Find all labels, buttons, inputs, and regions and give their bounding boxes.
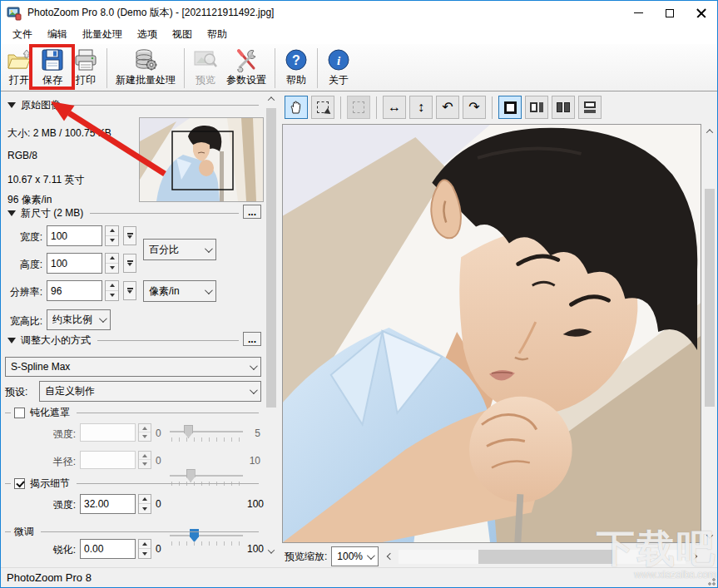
preview-zoom-select[interactable]: 100%: [331, 546, 379, 566]
spin-down[interactable]: [139, 549, 151, 558]
menu-view[interactable]: 视图: [165, 24, 200, 45]
scroll-thumb[interactable]: [266, 108, 276, 408]
new-size-section-header[interactable]: 新尺寸 (2 MB): [7, 206, 239, 220]
settings-scrollbar[interactable]: [265, 91, 277, 567]
scroll-up-button[interactable]: [703, 126, 716, 137]
resolution-input[interactable]: 96: [47, 280, 102, 301]
spin-down[interactable]: [106, 236, 118, 246]
spin-down[interactable]: [139, 504, 151, 513]
aspect-ratio-select[interactable]: 约束比例: [47, 309, 111, 330]
preview-vscrollbar[interactable]: [703, 124, 716, 544]
help-button[interactable]: ? 帮助: [280, 47, 313, 88]
scroll-down-button[interactable]: [265, 546, 277, 557]
spin-down[interactable]: [106, 264, 118, 274]
open-button[interactable]: 打开: [2, 47, 36, 88]
help-label: 帮助: [286, 73, 306, 87]
resize-method-section-header[interactable]: 调整大小的方式: [7, 334, 239, 348]
height-spinner[interactable]: [105, 253, 119, 274]
unsharp-radius-spinner: [138, 451, 151, 469]
original-thumbnail[interactable]: [139, 117, 264, 202]
hand-tool-button[interactable]: [285, 96, 308, 119]
unsharp-radius-label: 半径:: [46, 455, 76, 469]
close-icon: [696, 8, 706, 18]
unsharp-radius-max: 10: [242, 455, 260, 467]
width-input[interactable]: 100: [47, 225, 102, 246]
close-button[interactable]: [686, 1, 717, 25]
settings-label: 参数设置: [226, 73, 266, 87]
width-reset-button[interactable]: [123, 226, 136, 245]
spin-up[interactable]: [139, 540, 151, 549]
resolution-label: 分辨率:: [6, 285, 42, 299]
scroll-right-button[interactable]: [687, 550, 701, 564]
reveal-strength-input[interactable]: 32.00: [80, 494, 136, 514]
unsharp-strength-spinner: [138, 423, 151, 442]
flip-vertical-button[interactable]: ↕: [409, 96, 433, 119]
two-horizontal-view-icon: [584, 101, 596, 113]
ellipsis-icon: ...: [248, 210, 256, 215]
view-two-horizontal-button[interactable]: [578, 96, 602, 119]
resolution-spinner[interactable]: [105, 280, 119, 301]
height-input[interactable]: 100: [47, 253, 102, 274]
scroll-up-button[interactable]: [265, 93, 277, 105]
sharpen-label: 锐化:: [46, 543, 76, 557]
menu-batch[interactable]: 批量处理: [75, 24, 130, 45]
rotate-right-button[interactable]: ↷: [463, 96, 486, 119]
print-button[interactable]: 打印: [69, 47, 102, 88]
marquee-tool-button[interactable]: [311, 96, 334, 119]
settings-button[interactable]: 参数设置: [222, 47, 270, 88]
resolution-reset-button[interactable]: [123, 281, 136, 300]
preview-image[interactable]: [282, 124, 701, 543]
scroll-thumb[interactable]: [478, 550, 616, 564]
menu-help[interactable]: 帮助: [200, 24, 235, 45]
spin-up[interactable]: [139, 495, 151, 504]
section-line: [77, 413, 259, 413]
menu-bar: 文件 编辑 批量处理 选项 视图 帮助: [1, 25, 717, 44]
view-split-button[interactable]: [525, 96, 548, 119]
spin-up[interactable]: [106, 281, 118, 291]
reveal-strength-spinner[interactable]: [138, 494, 151, 514]
width-spinner[interactable]: [105, 225, 119, 246]
view-two-vertical-button[interactable]: [552, 96, 575, 119]
about-button[interactable]: i 关于: [322, 47, 355, 88]
dimensions-text: 10.67 x 7.11 英寸: [7, 173, 85, 187]
new-size-more-button[interactable]: ...: [243, 205, 261, 219]
resolution-unit-select[interactable]: 像素/in: [143, 280, 216, 302]
reveal-detail-checkbox[interactable]: [14, 478, 25, 489]
save-button[interactable]: 保存: [36, 47, 69, 88]
sharpen-spinner[interactable]: [138, 539, 151, 559]
scroll-left-button[interactable]: [384, 550, 397, 564]
minimize-button[interactable]: [622, 1, 654, 25]
menu-file[interactable]: 文件: [5, 24, 40, 45]
section-line: [97, 340, 239, 341]
resize-method-more-button[interactable]: ...: [243, 332, 261, 346]
hand-icon: [290, 101, 303, 114]
size-unit-select[interactable]: 百分比: [143, 239, 216, 260]
resize-grip[interactable]: [706, 576, 716, 586]
spin-up[interactable]: [106, 226, 118, 236]
maximize-button[interactable]: [654, 1, 686, 25]
menu-options[interactable]: 选项: [130, 24, 165, 45]
preset-select[interactable]: 自定义制作: [39, 381, 261, 402]
section-line: [90, 213, 239, 214]
print-label: 打印: [76, 73, 96, 87]
spin-up[interactable]: [106, 254, 118, 264]
height-reset-button[interactable]: [123, 254, 136, 273]
scroll-down-button[interactable]: [703, 531, 716, 542]
unsharp-mask-checkbox[interactable]: [14, 408, 25, 418]
thumbnail-photo: [140, 118, 263, 201]
original-image-section-header[interactable]: 原始图像: [7, 98, 259, 112]
unsharp-mask-label: 钝化遮罩: [30, 406, 70, 420]
scroll-thumb[interactable]: [705, 189, 715, 407]
reveal-strength-min: 0: [156, 498, 161, 510]
sharpen-input[interactable]: 0.00: [80, 539, 136, 559]
menu-edit[interactable]: 编辑: [40, 24, 75, 45]
view-single-button[interactable]: [498, 96, 522, 119]
spin-down[interactable]: [106, 291, 118, 301]
resize-method-select[interactable]: S-Spline Max: [5, 357, 261, 377]
new-batch-button[interactable]: 新建批量处理: [111, 47, 180, 88]
section-line: [41, 531, 259, 532]
rotate-left-button[interactable]: ↶: [436, 96, 459, 119]
preview-hscrollbar[interactable]: [399, 550, 686, 564]
flip-horizontal-button[interactable]: ↔: [383, 96, 406, 119]
chevron-down-icon: [205, 286, 213, 294]
